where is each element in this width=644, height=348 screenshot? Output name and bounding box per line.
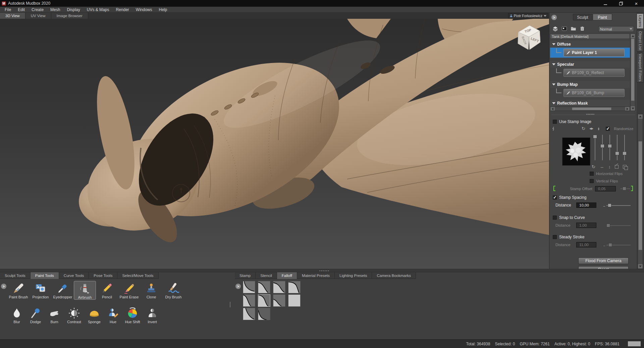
- close-button[interactable]: ×: [629, 0, 644, 7]
- falloff-preset-8[interactable]: [288, 294, 301, 307]
- layers-scrollbar-vertical[interactable]: [630, 34, 635, 111]
- slider-handle[interactable]: [593, 135, 597, 138]
- tab-falloff[interactable]: Falloff: [277, 272, 297, 279]
- falloff-preset-10[interactable]: [258, 308, 270, 320]
- menu-edit[interactable]: Edit: [14, 7, 28, 13]
- tool-paint-erase[interactable]: Paint Erase: [118, 281, 140, 300]
- tool-hue-shift[interactable]: Hue Shift: [122, 306, 143, 324]
- layer-group-diffuse[interactable]: Diffuse: [550, 41, 630, 48]
- random-scale-slider[interactable]: [615, 135, 619, 160]
- scroll-thumb[interactable]: [638, 141, 642, 250]
- tool-contrast[interactable]: Contrast: [64, 306, 85, 324]
- menu-mesh[interactable]: Mesh: [47, 7, 63, 13]
- tab-3d-view[interactable]: 3D View: [0, 13, 25, 19]
- tab-camera-bookmarks[interactable]: Camera Bookmarks: [372, 272, 416, 279]
- slider-handle[interactable]: [608, 204, 611, 207]
- layers-mode-tab-paint[interactable]: Paint: [593, 14, 612, 20]
- menu-create[interactable]: Create: [28, 7, 47, 13]
- delete-layer-button[interactable]: [579, 25, 585, 32]
- random-rotate-slider[interactable]: [593, 135, 597, 160]
- side-tab-object-list[interactable]: Object List: [637, 30, 644, 52]
- tool-clone[interactable]: Clone: [140, 281, 162, 300]
- tab-paint-tools[interactable]: Paint Tools: [31, 272, 59, 279]
- status-grip[interactable]: [628, 341, 641, 346]
- layers-scrollbar-horizontal[interactable]: [550, 107, 630, 111]
- properties-scrollbar[interactable]: [638, 114, 643, 269]
- preset-collapse-arrow-icon[interactable]: >: [235, 284, 241, 289]
- tool-airbrush[interactable]: Airbrush: [74, 281, 96, 300]
- tool-blur[interactable]: Blur: [7, 306, 26, 324]
- scroll-thumb[interactable]: [631, 39, 635, 101]
- slider-handle[interactable]: [623, 152, 627, 155]
- steady-stroke-checkbox[interactable]: [553, 235, 557, 239]
- menu-render[interactable]: Render: [112, 7, 132, 13]
- viewport-3d[interactable]: TOP BACK LEFT: [0, 19, 549, 269]
- tab-image-browser[interactable]: Image Browser: [51, 13, 88, 19]
- layer-row-paint-layer-1[interactable]: Paint Layer 1: [550, 48, 630, 58]
- slider-decrement-icon[interactable]: −: [603, 205, 605, 208]
- tab-lighting-presets[interactable]: Lighting Presets: [335, 272, 372, 279]
- user-selector[interactable]: Piotr Forkasiewicz: [508, 13, 548, 18]
- falloff-preset-1[interactable]: [243, 281, 255, 293]
- menu-windows[interactable]: Windows: [132, 7, 156, 13]
- tab-stencil[interactable]: Stencil: [256, 272, 277, 279]
- falloff-preset-4[interactable]: [288, 281, 301, 293]
- side-tab-layers[interactable]: Layers: [637, 13, 644, 29]
- scroll-thumb[interactable]: [572, 107, 611, 110]
- slider-handle[interactable]: [608, 144, 612, 148]
- layer-group-bump-map[interactable]: Bump Map: [550, 81, 630, 88]
- stamp-spacing-checkbox[interactable]: [553, 195, 557, 199]
- menu-display[interactable]: Display: [63, 7, 83, 13]
- scroll-left-button[interactable]: [550, 107, 555, 111]
- slider-handle[interactable]: [606, 224, 610, 227]
- scroll-down-button[interactable]: [638, 264, 643, 269]
- scroll-up-button[interactable]: [631, 34, 635, 38]
- stamp-preview[interactable]: [562, 137, 590, 166]
- tab-uv-view[interactable]: UV View: [25, 13, 51, 19]
- tab-sculpt-tools[interactable]: Sculpt Tools: [0, 272, 31, 279]
- horizontal-flips-checkbox[interactable]: [590, 172, 594, 176]
- tab-pose-tools[interactable]: Pose Tools: [89, 272, 117, 279]
- minimize-button[interactable]: [598, 0, 613, 7]
- tool-dodge[interactable]: Dodge: [26, 306, 45, 324]
- menu-uvs-maps[interactable]: UVs & Maps: [84, 7, 113, 13]
- falloff-preset-9[interactable]: [243, 308, 255, 320]
- use-stamp-image-checkbox[interactable]: [553, 120, 557, 124]
- flip-horizontal-icon[interactable]: ◀▶: [589, 127, 593, 130]
- restore-button[interactable]: [613, 0, 629, 7]
- falloff-preset-7[interactable]: [273, 294, 285, 307]
- export-layer-button[interactable]: [570, 25, 576, 32]
- random-vertical-slider[interactable]: [608, 135, 612, 160]
- vertical-flips-checkbox[interactable]: [590, 179, 594, 183]
- randomize-checkbox[interactable]: [606, 127, 610, 131]
- tab-stamp[interactable]: Stamp: [235, 272, 256, 279]
- side-tab-viewport-filters[interactable]: Viewport Filters: [637, 53, 644, 82]
- steady-distance-slider[interactable]: [606, 245, 631, 245]
- layer-button[interactable]: BF109_G6_Bump: [564, 89, 625, 97]
- tray-collapse-arrow-icon[interactable]: >: [1, 284, 6, 289]
- layer-button[interactable]: Paint Layer 1: [564, 49, 625, 57]
- tool-sponge[interactable]: Sponge: [85, 306, 104, 324]
- stamp-spacing-slider[interactable]: [606, 205, 631, 206]
- falloff-preset-6-selected[interactable]: [258, 294, 270, 307]
- rotate-stamp-icon[interactable]: ↻: [582, 126, 585, 131]
- layer-group-reflection-mask[interactable]: Reflection Mask: [550, 100, 630, 107]
- tray-section-splitter[interactable]: ••••••: [230, 302, 231, 316]
- falloff-preset-2[interactable]: [258, 281, 270, 293]
- snap-to-curve-checkbox[interactable]: [553, 216, 557, 220]
- falloff-preset-5[interactable]: [243, 294, 255, 307]
- tool-invert[interactable]: Invert: [143, 306, 162, 324]
- flood-from-camera-button[interactable]: Flood From Camera: [578, 257, 629, 264]
- reset-button[interactable]: Reset: [578, 266, 629, 269]
- slider-handle[interactable]: [600, 144, 604, 148]
- import-layer-button[interactable]: [561, 25, 567, 32]
- snap-distance-slider[interactable]: [606, 225, 631, 226]
- tool-pencil[interactable]: Pencil: [96, 281, 118, 300]
- blend-mode-dropdown[interactable]: Normal: [598, 26, 634, 32]
- tool-dry-brush[interactable]: Dry Brush: [162, 281, 184, 300]
- layer-button[interactable]: BF109_G_Reflect: [564, 69, 625, 77]
- random-strength-slider[interactable]: [623, 135, 627, 160]
- tool-burn[interactable]: Burn: [45, 306, 64, 324]
- flip-vertical-icon[interactable]: ▲▼: [597, 127, 600, 130]
- steady-distance-value[interactable]: 11,00: [576, 242, 596, 247]
